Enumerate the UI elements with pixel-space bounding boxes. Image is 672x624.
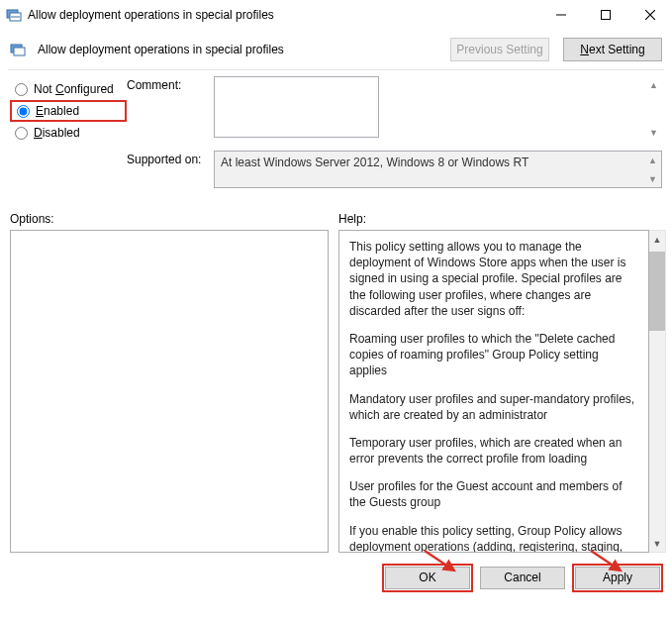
scroll-down-icon[interactable]: ▼ [645,124,662,141]
scroll-thumb[interactable] [649,252,665,331]
help-paragraph: Temporary user profiles, which are creat… [349,435,638,467]
scroll-up-icon[interactable]: ▲ [649,231,665,248]
radio-disabled-input[interactable] [15,127,28,140]
scroll-up-icon: ▲ [644,152,661,168]
radio-not-configured-label: Not Configured [34,82,114,96]
radio-not-configured[interactable]: Not Configured [10,78,127,100]
title-bar: Allow deployment operations in special p… [0,0,672,30]
column-headers: Options: Help: [0,198,672,230]
radio-enabled-label: Enabled [36,104,79,118]
fields-column: Comment: ▲ ▼ Supported on: At least Wind… [127,76,662,198]
close-button[interactable] [627,1,672,30]
help-paragraph: User profiles for the Guest account and … [349,478,638,510]
scroll-down-icon[interactable]: ▼ [649,535,665,552]
minimize-button[interactable] [538,1,583,30]
cancel-button[interactable]: Cancel [480,567,565,589]
comment-input[interactable] [214,76,379,138]
supported-label: Supported on: [127,151,214,188]
comment-label: Comment: [127,76,214,141]
help-paragraph: If you enable this policy setting, Group… [349,523,638,553]
help-header: Help: [329,212,366,226]
policy-icon [10,42,26,57]
supported-on-text: At least Windows Server 2012, Windows 8 … [221,156,528,169]
radio-enabled-input[interactable] [17,105,30,118]
state-radio-group: Not Configured Enabled Disabled [10,76,127,198]
policy-name: Allow deployment operations in special p… [38,43,436,56]
help-scrollbar[interactable]: ▲ ▼ [649,230,666,553]
maximize-button[interactable] [583,1,627,30]
policy-header: Allow deployment operations in special p… [0,30,672,67]
columns: This policy setting allows you to manage… [0,230,672,553]
radio-disabled[interactable]: Disabled [10,122,127,144]
scroll-down-icon: ▼ [644,170,661,187]
svg-rect-4 [14,48,25,55]
supported-on-box: At least Windows Server 2012, Windows 8 … [214,151,662,188]
help-paragraph: Roaming user profiles to which the "Dele… [349,331,638,379]
help-paragraph: This policy setting allows you to manage… [349,239,638,319]
help-paragraph: Mandatory user profiles and super-mandat… [349,391,638,423]
help-wrap: This policy setting allows you to manage… [338,230,666,553]
scroll-up-icon[interactable]: ▲ [645,76,662,93]
previous-setting-button: Previous Setting [450,38,549,61]
options-header: Options: [10,212,329,226]
options-box [10,230,329,553]
apply-button[interactable]: Apply [575,567,660,589]
radio-disabled-label: Disabled [34,126,80,140]
config-area: Not Configured Enabled Disabled Comment:… [0,70,672,198]
help-box: This policy setting allows you to manage… [338,230,649,553]
svg-rect-2 [601,11,610,20]
radio-not-configured-input[interactable] [15,83,28,96]
next-setting-button[interactable]: Next Setting [563,38,662,61]
window-title: Allow deployment operations in special p… [28,8,538,22]
radio-enabled[interactable]: Enabled [10,100,127,122]
app-icon [6,7,22,23]
ok-button[interactable]: OK [385,567,470,589]
footer: OK Cancel Apply [0,553,672,602]
